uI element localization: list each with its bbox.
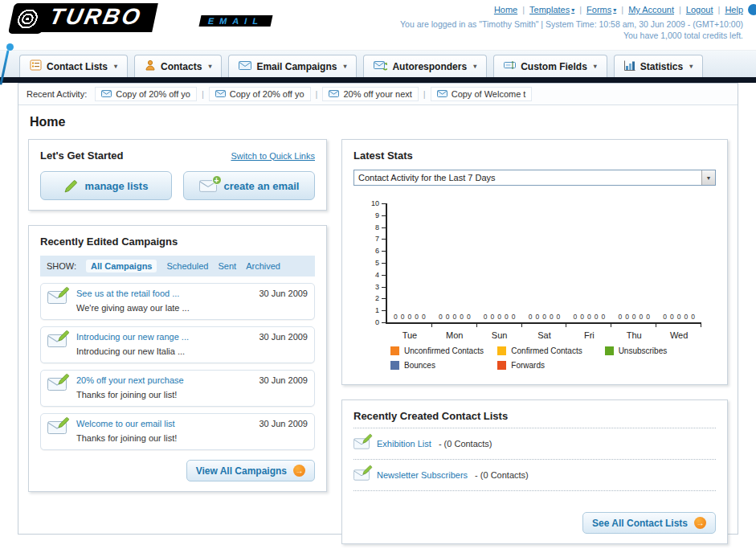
nav-my-account[interactable]: My Account [628, 5, 674, 14]
chevron-down-icon: ▾ [208, 63, 211, 70]
divider [353, 490, 716, 491]
content-frame: Recent Activity: Copy of 20% off yo | Co… [18, 83, 738, 535]
activity-separator: | [316, 89, 318, 99]
chart-day-group: 00000Wed [656, 203, 701, 322]
campaign-date: 30 Jun 2009 [259, 375, 308, 401]
manage-lists-label: manage lists [85, 180, 149, 192]
recent-activity-item-label: Copy of 20% off yo [230, 89, 304, 99]
nav-help[interactable]: Help [725, 5, 743, 14]
chart-day-group: 00000Sun [477, 203, 522, 322]
campaign-subtitle: Thanks for joining our list! [76, 390, 177, 399]
stats-period-select[interactable]: Contact Activity for the Last 7 Days ▼ [353, 170, 716, 186]
email-pencil-icon [47, 289, 76, 314]
recent-activity-item[interactable]: 20% off your next [322, 87, 418, 101]
chart-value-labels: 00000 [566, 313, 611, 321]
campaign-item: Welcome to our email list Thanks for joi… [40, 413, 315, 450]
campaign-filter-bar: SHOW: All Campaigns Scheduled Sent Archi… [40, 256, 315, 277]
chevron-down-icon: ▾ [343, 63, 346, 70]
campaign-title-link[interactable]: See us at the retail food ... [76, 289, 252, 298]
nav-home[interactable]: Home [494, 5, 517, 14]
campaign-item: See us at the retail food ... We're givi… [40, 283, 315, 320]
chart-plot: 10987654321000000Tue00000Mon00000Sun0000… [386, 203, 701, 324]
logo-text-turbo: TURBO [35, 3, 157, 32]
manage-lists-button[interactable]: manage lists [40, 171, 172, 200]
campaign-date: 30 Jun 2009 [259, 332, 308, 358]
chevron-down-icon: ▼ [701, 170, 715, 185]
tab-label: Contact Lists [47, 61, 108, 72]
nav-forms[interactable]: Forms▾ [586, 5, 616, 14]
y-axis-tick: 2 [382, 298, 386, 299]
contact-list-link[interactable]: Newsletter Subscribers [377, 470, 468, 480]
tab-autoresponders[interactable]: Autoresponders▾ [363, 55, 487, 77]
contact-list-link[interactable]: Exhibition List [377, 439, 431, 449]
y-axis-tick: 0 [382, 322, 386, 323]
filter-archived[interactable]: Archived [246, 261, 280, 271]
legend-item-unconfirmed-contacts: Unconfirmed Contacts [390, 346, 497, 355]
tab-contact-lists[interactable]: Contact Lists▾ [19, 55, 128, 77]
recent-activity-item[interactable]: Copy of 20% off yo [209, 87, 311, 101]
divider [353, 428, 716, 428]
chart-category-label: Sun [477, 330, 522, 340]
app-logo: TURBO EMAIL [11, 3, 272, 34]
campaign-item: Introducing our new range ... Introducin… [40, 326, 315, 363]
chart-category-label: Mon [432, 330, 477, 340]
nav-templates[interactable]: Templates▾ [529, 5, 574, 14]
tab-email-campaigns[interactable]: Email Campaigns▾ [228, 55, 357, 77]
email-icon [101, 89, 112, 99]
chart-day-group: 00000Mon [432, 203, 477, 322]
campaign-date: 30 Jun 2009 [259, 419, 308, 445]
latest-stats-title: Latest Stats [353, 150, 716, 162]
tab-contacts[interactable]: Contacts▾ [134, 55, 222, 77]
y-axis-tick: 8 [382, 227, 386, 228]
filter-sent[interactable]: Sent [218, 261, 236, 271]
contacts-icon [145, 59, 156, 73]
header: TURBO EMAIL Home| Templates▾| Forms▾| My… [0, 0, 756, 50]
main-nav-tabbar: Contact Lists▾ Contacts▾ Email Campaigns… [0, 50, 756, 77]
campaign-title-link[interactable]: 20% off your next purchase [76, 375, 252, 385]
credits-info: You have 1,000 total credits left. [623, 31, 743, 40]
login-info: You are logged in as "Timothy Smith" | S… [400, 19, 743, 29]
campaign-title-link[interactable]: Introducing our new range ... [76, 332, 252, 342]
view-all-campaigns-button[interactable]: View All Campaigns → [186, 460, 315, 481]
see-all-contact-lists-button[interactable]: See All Contact Lists → [582, 512, 716, 534]
filter-all-campaigns[interactable]: All Campaigns [86, 260, 157, 272]
create-email-button[interactable]: + create an email [183, 171, 315, 200]
contact-list-count: - (0 Contacts) [475, 470, 529, 480]
recent-activity-item[interactable]: Copy of 20% off yo [95, 87, 197, 101]
email-pencil-icon [47, 375, 76, 401]
legend-swatch [605, 346, 614, 355]
chart-category-label: Wed [656, 330, 701, 340]
legend-item-forwards: Forwards [497, 361, 604, 370]
y-axis-tick: 10 [382, 203, 386, 204]
legend-swatch [390, 361, 399, 370]
legend-item-unsubscribes: Unsubscribes [605, 346, 712, 355]
chart-value-labels: 00000 [522, 313, 567, 321]
email-icon [215, 89, 226, 99]
chevron-down-icon: ▾ [613, 6, 616, 14]
recent-activity-item[interactable]: Copy of Welcome t [431, 87, 533, 101]
recent-activity-item-label: Copy of Welcome t [452, 89, 526, 99]
tab-label: Contacts [161, 61, 202, 72]
activity-separator: | [423, 89, 426, 99]
filter-scheduled[interactable]: Scheduled [166, 261, 208, 271]
top-nav: Home| Templates▾| Forms▾| My Account| Lo… [494, 5, 743, 14]
recent-campaigns-title: Recently Edited Campaigns [40, 236, 315, 248]
chevron-down-icon: ▾ [114, 63, 117, 70]
nav-separator: | [718, 5, 721, 14]
legend-swatch [497, 361, 506, 370]
y-axis-tick: 3 [382, 287, 386, 288]
logo-text-email: EMAIL [199, 15, 273, 27]
divider [353, 459, 716, 460]
switch-to-quick-links-link[interactable]: Switch to Quick Links [231, 151, 315, 161]
page-title: Home [30, 115, 728, 129]
legend-item-bounces: Bounces [390, 361, 497, 370]
tab-custom-fields[interactable]: Custom Fields▾ [493, 55, 607, 77]
nav-templates-label: Templates [529, 5, 570, 14]
tab-statistics[interactable]: Statistics▾ [614, 55, 703, 77]
arrow-right-icon: → [694, 517, 706, 529]
campaign-subtitle: We're giving away our late ... [76, 303, 190, 313]
campaign-item: 20% off your next purchase Thanks for jo… [40, 370, 315, 407]
campaign-title-link[interactable]: Welcome to our email list [76, 419, 252, 428]
get-started-title: Let's Get Started [40, 150, 124, 162]
nav-logout[interactable]: Logout [686, 5, 713, 14]
